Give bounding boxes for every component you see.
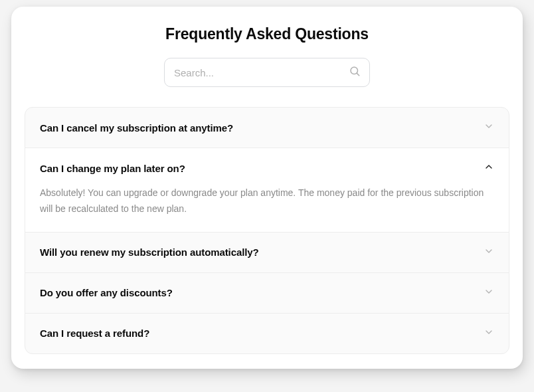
faq-accordion: Can I cancel my subscription at anytime?… — [25, 107, 509, 354]
chevron-up-icon — [484, 161, 494, 175]
accordion-item: Can I cancel my subscription at anytime? — [25, 108, 509, 148]
question-text: Will you renew my subscription automatic… — [40, 246, 259, 258]
accordion-toggle[interactable]: Will you renew my subscription automatic… — [25, 233, 509, 272]
search-input[interactable] — [164, 58, 370, 87]
accordion-item: Will you renew my subscription automatic… — [25, 233, 509, 273]
question-text: Can I request a refund? — [40, 328, 149, 339]
chevron-down-icon — [484, 121, 494, 134]
accordion-toggle[interactable]: Can I cancel my subscription at anytime? — [25, 108, 509, 147]
search-field-wrapper — [164, 58, 370, 87]
search-container — [11, 58, 523, 87]
accordion-item: Can I change my plan later on? Absolutel… — [25, 148, 509, 233]
chevron-down-icon — [484, 246, 494, 259]
chevron-down-icon — [484, 327, 494, 340]
accordion-toggle[interactable]: Can I change my plan later on? — [25, 148, 509, 188]
question-text: Can I change my plan later on? — [40, 163, 185, 174]
answer-text: Absolutely! You can upgrade or downgrade… — [25, 185, 509, 232]
page-title: Frequently Asked Questions — [11, 25, 523, 43]
accordion-toggle[interactable]: Can I request a refund? — [25, 314, 509, 353]
chevron-down-icon — [484, 286, 494, 300]
accordion-item: Do you offer any discounts? — [25, 273, 509, 314]
question-text: Do you offer any discounts? — [40, 287, 173, 298]
faq-card: Frequently Asked Questions Can I cancel … — [11, 7, 523, 369]
question-text: Can I cancel my subscription at anytime? — [40, 122, 233, 134]
accordion-item: Can I request a refund? — [25, 314, 509, 353]
accordion-toggle[interactable]: Do you offer any discounts? — [25, 273, 509, 313]
